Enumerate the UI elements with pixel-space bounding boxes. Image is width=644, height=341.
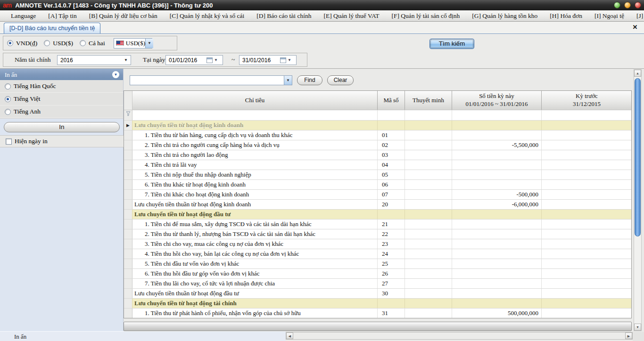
cell-ky-truoc[interactable] [542,219,632,229]
table-row[interactable]: 1. Tiền thu từ bán hàng, cung cấp dịch v… [124,130,631,140]
table-row[interactable]: 6. Tiền thu khác từ hoạt động kinh doanh… [124,179,631,189]
cell-ky-truoc[interactable] [542,121,632,130]
cell-chi-tieu[interactable]: Lưu chuyển tiền từ hoạt động kinh doanh [132,121,378,130]
cell-thuyet-minh[interactable] [405,299,452,308]
cell-chi-tieu[interactable]: 6. Tiền thu hồi đầu tư góp vốn vào đơn v… [132,269,378,278]
cell-thuyet-minh[interactable] [405,259,452,268]
table-row[interactable]: 6. Tiền thu hồi đầu tư góp vốn vào đơn v… [124,268,631,278]
column-header-thuyet-minh[interactable]: Thuyết minh [405,91,452,110]
cell-ma-so[interactable] [378,121,405,130]
menu-item-4[interactable]: [D] Báo cáo tài chính [250,10,317,21]
cell-so-tien-ky-nay[interactable]: -6,000,000 [452,200,542,209]
cell-ma-so[interactable] [378,299,405,308]
table-row[interactable]: 7. Tiền thu lãi cho vay, cổ tức và lợi n… [124,278,631,288]
chevron-down-icon[interactable]: ▼ [284,76,292,85]
cell-chi-tieu[interactable]: Lưu chuyển tiền từ hoạt động đầu tư [132,210,378,219]
cell-thuyet-minh[interactable] [405,190,452,199]
window-button-red[interactable] [635,2,641,8]
calendar-icon[interactable] [280,57,286,63]
cell-ky-truoc[interactable] [542,200,632,209]
cell-thuyet-minh[interactable] [405,140,452,150]
table-row[interactable]: ▶Lưu chuyển tiền từ hoạt động kinh doanh [124,120,631,130]
vertical-scrollbar[interactable]: ▲ ▼ [634,69,642,331]
cell-so-tien-ky-nay[interactable] [452,259,542,268]
cell-thuyet-minh[interactable] [405,279,452,288]
print-button[interactable]: In [4,122,120,132]
cell-thuyet-minh[interactable] [405,150,452,160]
cell-so-tien-ky-nay[interactable] [452,219,542,229]
cell-ma-so[interactable]: 06 [378,180,405,189]
cell-chi-tieu[interactable]: 1. Tiền thu từ phát hành cổ phiếu, nhận … [132,309,378,318]
cell-chi-tieu[interactable]: 2. Tiền chi trả cho người cung cấp hàng … [132,140,378,150]
scroll-right-icon[interactable]: ▶ [625,333,632,339]
cell-thuyet-minh[interactable] [405,160,452,170]
cell-thuyet-minh[interactable] [405,249,452,259]
menu-item-10[interactable]: [J] Ngân hàng trực tuyến [630,10,644,21]
cell-so-tien-ky-nay[interactable] [452,121,542,130]
cell-ma-so[interactable]: 30 [378,289,405,298]
menu-item-3[interactable]: [C] Quản lý nhật ký và sổ cái [164,10,251,21]
cell-chi-tieu[interactable]: 1. Tiền thu từ bán hàng, cung cấp dịch v… [132,130,378,140]
chevron-down-icon[interactable]: ▼ [288,58,291,62]
cell-ky-truoc[interactable] [542,229,632,239]
cell-so-tien-ky-nay[interactable]: -5,500,000 [452,140,542,150]
cell-ma-so[interactable]: 22 [378,229,405,239]
cell-thuyet-minh[interactable] [405,170,452,179]
currency-radio-1[interactable] [44,40,50,46]
cell-thuyet-minh[interactable] [405,210,452,219]
cell-so-tien-ky-nay[interactable]: -500,000 [452,190,542,199]
cell-ma-so[interactable]: 07 [378,190,405,199]
cell-ma-so[interactable]: 31 [378,309,405,318]
cell-ma-so[interactable]: 05 [378,170,405,179]
cell-ma-so[interactable]: 25 [378,259,405,268]
find-button[interactable]: Find [297,75,322,85]
cell-ma-so[interactable]: 27 [378,279,405,288]
horizontal-scrollbar[interactable]: ◀ ▶ [286,332,633,340]
table-row[interactable]: 1. Tiền chi để mua sắm, xây dựng TSCĐ và… [124,219,631,229]
table-row[interactable]: Lưu chuyển tiền thuần từ hoạt động kinh … [124,199,631,209]
language-option-1[interactable]: Tiếng Việt [0,93,123,106]
cell-chi-tieu[interactable]: 4. Tiền thu hồi cho vay, bán lại các côn… [132,249,378,259]
table-row[interactable]: 3. Tiền chi trả cho người lao động03 [124,150,631,160]
table-row[interactable]: Lưu chuyển tiền thuần từ hoạt động đầu t… [124,288,631,298]
cell-so-tien-ky-nay[interactable] [452,170,542,179]
table-row[interactable]: 2. Tiền chi trả cho người cung cấp hàng … [124,140,631,150]
column-header-ky-truoc[interactable]: Kỳ trước 31/12/2015 [542,91,632,110]
table-row[interactable]: 2. Tiền thu từ thanh lý, nhượng bán TSCĐ… [124,229,631,239]
menu-item-2[interactable]: [B] Quản lý dữ liệu cơ bản [83,10,164,21]
cell-so-tien-ky-nay[interactable] [452,239,542,249]
show-print-date-checkbox[interactable] [6,138,12,145]
show-print-date-row[interactable]: Hiện ngày in [0,135,124,147]
cell-chi-tieu[interactable]: Lưu chuyển tiền thuần từ hoạt động kinh … [132,200,378,209]
cell-ky-truoc[interactable] [542,289,632,298]
cell-so-tien-ky-nay[interactable] [452,289,542,298]
cell-chi-tieu[interactable]: 7. Tiền thu lãi cho vay, cổ tức và lợi n… [132,279,378,288]
table-row[interactable]: 1. Tiền thu từ phát hành cổ phiếu, nhận … [124,308,631,318]
cell-chi-tieu[interactable]: 6. Tiền thu khác từ hoạt động kinh doanh [132,180,378,189]
date-from-input[interactable]: 01/01/2016 ▼ [165,55,223,65]
cell-thuyet-minh[interactable] [405,239,452,249]
clear-button[interactable]: Clear [327,75,354,85]
table-row[interactable]: 5. Tiền chi đầu tư vốn vào đơn vị khác25 [124,259,631,268]
menu-item-0[interactable]: Language [5,10,42,21]
cell-ky-truoc[interactable] [542,210,632,219]
cell-so-tien-ky-nay[interactable] [452,249,542,259]
filter-cell[interactable] [542,110,632,120]
cell-ky-truoc[interactable] [542,180,632,189]
cell-chi-tieu[interactable]: 5. Tiền chi nộp thuế thu nhập doanh nghi… [132,170,378,179]
cell-ma-so[interactable] [378,210,405,219]
cell-chi-tieu[interactable]: Lưu chuyển tiền thuần từ hoạt động đầu t… [132,289,378,298]
cell-ky-truoc[interactable] [542,130,632,140]
column-header-ma-so[interactable]: Mã số [378,91,405,110]
cell-thuyet-minh[interactable] [405,121,452,130]
menu-item-9[interactable]: [I] Ngoại tệ [588,10,630,21]
cell-ma-so[interactable]: 20 [378,200,405,209]
language-radio[interactable] [5,96,11,102]
cell-ky-truoc[interactable] [542,279,632,288]
cell-thuyet-minh[interactable] [405,269,452,278]
cell-so-tien-ky-nay[interactable] [452,299,542,308]
filter-row[interactable] [124,110,631,120]
cell-ma-so[interactable]: 24 [378,249,405,259]
cell-chi-tieu[interactable]: 4. Tiền chi trả lãi vay [132,160,378,170]
table-row[interactable]: 4. Tiền thu hồi cho vay, bán lại các côn… [124,249,631,259]
